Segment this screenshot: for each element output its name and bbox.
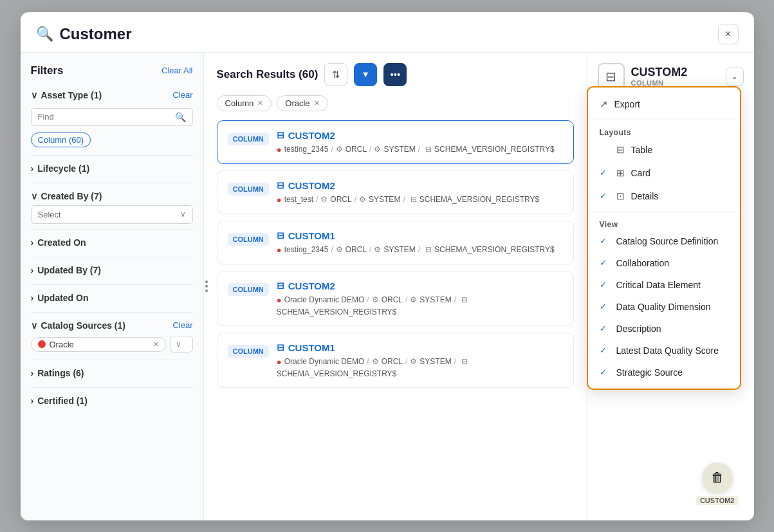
menu-divider-2 [588,212,740,212]
source-icon-0: ● [277,145,282,154]
latest-dq-score-label: Latest Data Quality Score [616,345,719,356]
db-icon-1: ⚙ [320,195,327,204]
detail-title: CUSTOM2 [631,66,688,79]
modal-title: Customer [60,25,132,43]
asset-badge-0: COLUMN [228,133,269,145]
table-icon-3: ⊟ [461,295,468,304]
catalog-sources-clear[interactable]: Clear [172,320,192,330]
result-card-2[interactable]: COLUMN ⊟ CUSTOM1 ● testing_2345 / ⚙ [217,221,574,264]
schema-icon-4: ⚙ [410,357,417,366]
created-by-header[interactable]: ∨ Created By (7) [31,187,193,205]
catalog-sources-label: Catalog Sources (1) [41,320,125,331]
export-icon: ↗ [600,98,608,110]
certified-chevron-icon: › [31,396,34,406]
export-menu-item[interactable]: ↗ Export [588,93,740,116]
main-modal: 🔍 Customer × Filters Clear All ∨ Asset T… [21,12,754,520]
oracle-chip-remove[interactable]: ✕ [314,99,320,107]
ratings-header[interactable]: › Ratings (6) [31,364,193,382]
lifecycle-label: Lifecycle (1) [37,163,89,174]
strategic-source-label: Strategic Source [616,367,683,378]
view-description-item[interactable]: ✓ Description [588,318,740,340]
source-icon-1: ● [277,195,282,205]
result-card-0[interactable]: COLUMN ⊟ CUSTOM2 ● testing_2345 / ⚙ [217,120,574,164]
layout-card-item[interactable]: ✓ ⊞ Card [588,161,740,185]
fab-container: 🗑 CUSTOM2 [696,463,739,505]
created-by-filter: ∨ Created By (7) Select ∨ [31,187,193,224]
result-card-1[interactable]: COLUMN ⊟ CUSTOM2 ● test_test / ⚙ [217,170,574,214]
oracle-tag: Oracle ✕ [31,337,166,352]
view-data-quality-dim-item[interactable]: ✓ Data Quality Dimension [588,296,740,318]
modal-header: 🔍 Customer × [21,12,754,53]
db-icon-3: ⚙ [372,295,379,304]
description-check-icon: ✓ [600,324,610,333]
view-catalog-source-def-item[interactable]: ✓ Catalog Source Definition [588,230,740,252]
menu-divider-1 [588,120,740,120]
main-content: Search Results (60) ⇅ ▼ ••• Column ✕ Ora… [204,53,754,520]
lifecycle-header[interactable]: › Lifecycle (1) [31,160,193,178]
updated-on-filter: › Updated On [31,289,193,307]
table-icon-4: ⊟ [461,357,468,366]
more-options-button[interactable]: ••• [383,63,407,86]
dq-score-check-icon: ✓ [600,345,610,355]
filter-button[interactable]: ▼ [354,63,377,86]
close-button[interactable]: × [718,24,739,44]
asset-type-chevron-icon: ∨ [31,90,37,100]
results-header: Search Results (60) ⇅ ▼ ••• [217,63,574,86]
card-check-icon: ✓ [600,168,610,178]
column-icon: ⊟ [277,130,284,140]
layout-table-item[interactable]: ⊟ Table [588,138,740,161]
modal-body: Filters Clear All ∨ Asset Type (1) Clear [21,53,754,520]
table-layout-icon: ⊟ [616,144,625,156]
options-dropdown-menu: ↗ Export Layouts ⊟ Table ✓ ⊞ Card [587,86,741,390]
certified-filter: › Certified (1) [31,392,193,410]
column-icon-1: ⊟ [277,180,284,190]
updated-on-label: Updated On [37,293,88,303]
result-title-1: ⊟ CUSTOM2 [277,180,563,191]
resize-handle[interactable] [204,275,212,297]
asset-type-clear[interactable]: Clear [172,90,192,100]
asset-type-search-input[interactable] [38,112,175,122]
catalog-sources-filter: ∨ Catalog Sources (1) Clear Oracle ✕ [31,316,193,354]
search-icon: 🔍 [175,112,186,122]
view-section-label: View [588,216,740,230]
oracle-dot-icon [38,340,46,348]
column-chip[interactable]: Column ✕ [217,95,272,111]
view-latest-dq-score-item[interactable]: ✓ Latest Data Quality Score [588,340,740,362]
certified-header[interactable]: › Certified (1) [31,392,193,410]
table-icon-1: ⊟ [410,195,417,204]
view-critical-data-item[interactable]: ✓ Critical Data Element [588,274,740,296]
catalog-sources-dropdown[interactable]: ∨ [170,336,193,353]
result-card-4[interactable]: COLUMN ⊟ CUSTOM1 ● Oracle Dynamic DEMO /… [217,333,574,388]
result-path-0: ● testing_2345 / ⚙ ORCL / ⚙ SYSTEM / ⊟ [277,145,563,154]
created-on-header[interactable]: › Created On [31,234,193,252]
column-chip-remove[interactable]: ✕ [257,99,263,107]
oracle-chip[interactable]: Oracle ✕ [277,95,327,111]
result-title-4: ⊟ CUSTOM1 [277,342,563,353]
asset-type-tag[interactable]: Column (60) [31,133,91,147]
clear-all-link[interactable]: Clear All [161,66,192,75]
view-strategic-source-item[interactable]: ✓ Strategic Source [588,362,740,383]
updated-by-header[interactable]: › Updated By (7) [31,261,193,279]
updated-by-chevron-icon: › [31,265,34,275]
column-icon-3: ⊟ [277,280,284,291]
sort-button[interactable]: ⇅ [324,63,347,86]
view-collaboration-item[interactable]: ✓ Collaboration [588,252,740,274]
catalog-sources-header[interactable]: ∨ Catalog Sources (1) Clear [31,316,193,335]
catalog-row: Oracle ✕ ∨ [31,335,193,354]
created-by-label: Created By (7) [41,191,102,201]
catalog-check-icon: ✓ [600,236,610,246]
layout-details-item[interactable]: ✓ ⊡ Details [588,185,740,208]
catalog-chevron-icon: ∨ [176,340,181,349]
fab-button[interactable]: 🗑 [702,463,733,493]
table-icon-2: ⊟ [425,245,432,254]
result-title-3: ⊟ CUSTOM2 [277,280,563,291]
certified-label: Certified (1) [37,396,88,406]
detail-expand-button[interactable]: ⌄ [726,68,744,86]
result-card-3[interactable]: COLUMN ⊟ CUSTOM2 ● Oracle Dynamic DEMO /… [217,271,574,326]
created-by-select[interactable]: Select ∨ [31,205,193,224]
select-chevron-icon: ∨ [180,210,186,219]
asset-type-header[interactable]: ∨ Asset Type (1) Clear [31,86,193,104]
updated-on-header[interactable]: › Updated On [31,289,193,307]
details-check-icon: ✓ [600,191,610,201]
oracle-remove-icon[interactable]: ✕ [153,340,159,349]
